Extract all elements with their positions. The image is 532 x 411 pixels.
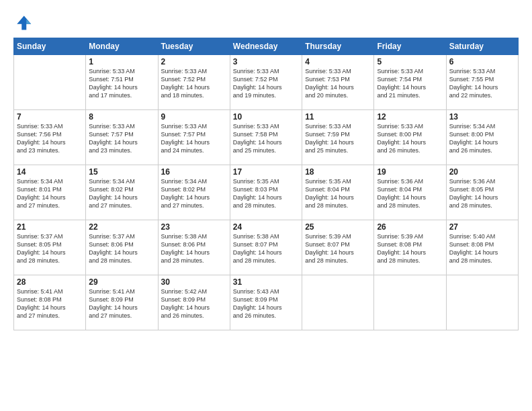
- calendar-cell: 8Sunrise: 5:33 AM Sunset: 7:57 PM Daylig…: [86, 110, 158, 165]
- day-number: 25: [305, 222, 371, 232]
- calendar-cell: 5Sunrise: 5:33 AM Sunset: 7:54 PM Daylig…: [374, 55, 446, 110]
- day-info: Sunrise: 5:39 AM Sunset: 8:08 PM Dayligh…: [377, 232, 443, 265]
- day-number: 15: [89, 167, 154, 177]
- day-number: 6: [449, 57, 515, 66]
- day-info: Sunrise: 5:38 AM Sunset: 8:07 PM Dayligh…: [233, 232, 299, 265]
- day-number: 18: [305, 167, 371, 177]
- calendar-cell: 18Sunrise: 5:35 AM Sunset: 8:04 PM Dayli…: [302, 165, 374, 220]
- day-number: 19: [377, 167, 443, 177]
- day-info: Sunrise: 5:43 AM Sunset: 8:09 PM Dayligh…: [233, 287, 299, 320]
- calendar-cell: 15Sunrise: 5:34 AM Sunset: 8:02 PM Dayli…: [86, 165, 158, 220]
- calendar-cell: 10Sunrise: 5:33 AM Sunset: 7:58 PM Dayli…: [230, 110, 302, 165]
- day-number: 31: [233, 277, 299, 287]
- day-number: 3: [233, 57, 299, 66]
- day-number: 24: [233, 222, 299, 232]
- calendar-cell: 14Sunrise: 5:34 AM Sunset: 8:01 PM Dayli…: [14, 165, 86, 220]
- day-info: Sunrise: 5:34 AM Sunset: 8:02 PM Dayligh…: [161, 177, 227, 210]
- calendar-cell: 2Sunrise: 5:33 AM Sunset: 7:52 PM Daylig…: [158, 55, 230, 110]
- day-number: 29: [89, 277, 154, 287]
- calendar-cell: 1Sunrise: 5:33 AM Sunset: 7:51 PM Daylig…: [86, 55, 158, 110]
- day-info: Sunrise: 5:37 AM Sunset: 8:05 PM Dayligh…: [17, 232, 83, 265]
- day-number: 30: [161, 277, 227, 287]
- day-number: 12: [377, 112, 443, 122]
- day-number: 1: [89, 57, 154, 66]
- calendar-table: SundayMondayTuesdayWednesdayThursdayFrid…: [13, 38, 519, 330]
- calendar-cell: 23Sunrise: 5:38 AM Sunset: 8:06 PM Dayli…: [158, 220, 230, 275]
- calendar-cell: 12Sunrise: 5:33 AM Sunset: 8:00 PM Dayli…: [374, 110, 446, 165]
- day-info: Sunrise: 5:33 AM Sunset: 7:52 PM Dayligh…: [161, 67, 227, 100]
- calendar-cell: 22Sunrise: 5:37 AM Sunset: 8:06 PM Dayli…: [86, 220, 158, 275]
- logo-icon: [13, 13, 32, 32]
- day-info: Sunrise: 5:33 AM Sunset: 7:59 PM Dayligh…: [305, 122, 371, 155]
- day-info: Sunrise: 5:34 AM Sunset: 8:02 PM Dayligh…: [89, 177, 154, 210]
- day-info: Sunrise: 5:33 AM Sunset: 8:00 PM Dayligh…: [377, 122, 443, 155]
- calendar-cell: 3Sunrise: 5:33 AM Sunset: 7:52 PM Daylig…: [230, 55, 302, 110]
- calendar-cell: [446, 275, 518, 330]
- day-info: Sunrise: 5:33 AM Sunset: 7:51 PM Dayligh…: [89, 67, 154, 100]
- calendar-cell: [302, 275, 374, 330]
- calendar-cell: [374, 275, 446, 330]
- calendar-cell: 31Sunrise: 5:43 AM Sunset: 8:09 PM Dayli…: [230, 275, 302, 330]
- calendar-cell: 13Sunrise: 5:34 AM Sunset: 8:00 PM Dayli…: [446, 110, 518, 165]
- day-info: Sunrise: 5:35 AM Sunset: 8:03 PM Dayligh…: [233, 177, 299, 210]
- day-number: 22: [89, 222, 154, 232]
- calendar-cell: 25Sunrise: 5:39 AM Sunset: 8:07 PM Dayli…: [302, 220, 374, 275]
- day-header-sunday: Sunday: [14, 38, 86, 55]
- day-info: Sunrise: 5:37 AM Sunset: 8:06 PM Dayligh…: [89, 232, 154, 265]
- day-info: Sunrise: 5:38 AM Sunset: 8:06 PM Dayligh…: [161, 232, 227, 265]
- day-info: Sunrise: 5:33 AM Sunset: 7:53 PM Dayligh…: [305, 67, 371, 100]
- day-info: Sunrise: 5:36 AM Sunset: 8:04 PM Dayligh…: [377, 177, 443, 210]
- day-number: 8: [89, 112, 154, 122]
- calendar-week-3: 14Sunrise: 5:34 AM Sunset: 8:01 PM Dayli…: [14, 165, 519, 220]
- calendar-cell: 9Sunrise: 5:33 AM Sunset: 7:57 PM Daylig…: [158, 110, 230, 165]
- calendar-cell: 16Sunrise: 5:34 AM Sunset: 8:02 PM Dayli…: [158, 165, 230, 220]
- day-number: 28: [17, 277, 83, 287]
- calendar-cell: 7Sunrise: 5:33 AM Sunset: 7:56 PM Daylig…: [14, 110, 86, 165]
- calendar-cell: 27Sunrise: 5:40 AM Sunset: 8:08 PM Dayli…: [446, 220, 518, 275]
- calendar-cell: 20Sunrise: 5:36 AM Sunset: 8:05 PM Dayli…: [446, 165, 518, 220]
- day-number: 17: [233, 167, 299, 177]
- calendar-cell: 19Sunrise: 5:36 AM Sunset: 8:04 PM Dayli…: [374, 165, 446, 220]
- day-header-tuesday: Tuesday: [158, 38, 230, 55]
- calendar-cell: 30Sunrise: 5:42 AM Sunset: 8:09 PM Dayli…: [158, 275, 230, 330]
- calendar-week-1: 1Sunrise: 5:33 AM Sunset: 7:51 PM Daylig…: [14, 55, 519, 110]
- calendar-cell: 29Sunrise: 5:41 AM Sunset: 8:09 PM Dayli…: [86, 275, 158, 330]
- calendar-cell: 21Sunrise: 5:37 AM Sunset: 8:05 PM Dayli…: [14, 220, 86, 275]
- day-number: 14: [17, 167, 83, 177]
- calendar-cell: 4Sunrise: 5:33 AM Sunset: 7:53 PM Daylig…: [302, 55, 374, 110]
- day-number: 5: [377, 57, 443, 66]
- day-info: Sunrise: 5:33 AM Sunset: 7:58 PM Dayligh…: [233, 122, 299, 155]
- day-header-friday: Friday: [374, 38, 446, 55]
- calendar-week-4: 21Sunrise: 5:37 AM Sunset: 8:05 PM Dayli…: [14, 220, 519, 275]
- calendar-cell: 11Sunrise: 5:33 AM Sunset: 7:59 PM Dayli…: [302, 110, 374, 165]
- day-info: Sunrise: 5:33 AM Sunset: 7:57 PM Dayligh…: [89, 122, 154, 155]
- day-info: Sunrise: 5:33 AM Sunset: 7:55 PM Dayligh…: [449, 67, 515, 100]
- day-info: Sunrise: 5:42 AM Sunset: 8:09 PM Dayligh…: [161, 287, 227, 320]
- day-info: Sunrise: 5:35 AM Sunset: 8:04 PM Dayligh…: [305, 177, 371, 210]
- day-info: Sunrise: 5:40 AM Sunset: 8:08 PM Dayligh…: [449, 232, 515, 265]
- day-info: Sunrise: 5:41 AM Sunset: 8:09 PM Dayligh…: [89, 287, 154, 320]
- calendar-cell: 6Sunrise: 5:33 AM Sunset: 7:55 PM Daylig…: [446, 55, 518, 110]
- day-info: Sunrise: 5:33 AM Sunset: 7:52 PM Dayligh…: [233, 67, 299, 100]
- day-info: Sunrise: 5:41 AM Sunset: 8:08 PM Dayligh…: [17, 287, 83, 320]
- day-number: 4: [305, 57, 371, 66]
- calendar-cell: 26Sunrise: 5:39 AM Sunset: 8:08 PM Dayli…: [374, 220, 446, 275]
- day-number: 16: [161, 167, 227, 177]
- day-info: Sunrise: 5:36 AM Sunset: 8:05 PM Dayligh…: [449, 177, 515, 210]
- day-number: 11: [305, 112, 371, 122]
- day-info: Sunrise: 5:34 AM Sunset: 8:00 PM Dayligh…: [449, 122, 515, 155]
- day-header-wednesday: Wednesday: [230, 38, 302, 55]
- day-info: Sunrise: 5:34 AM Sunset: 8:01 PM Dayligh…: [17, 177, 83, 210]
- calendar-cell: 24Sunrise: 5:38 AM Sunset: 8:07 PM Dayli…: [230, 220, 302, 275]
- day-number: 13: [449, 112, 515, 122]
- day-number: 10: [233, 112, 299, 122]
- day-info: Sunrise: 5:33 AM Sunset: 7:54 PM Dayligh…: [377, 67, 443, 100]
- day-number: 26: [377, 222, 443, 232]
- day-info: Sunrise: 5:33 AM Sunset: 7:56 PM Dayligh…: [17, 122, 83, 155]
- day-number: 2: [161, 57, 227, 66]
- page: SundayMondayTuesdayWednesdayThursdayFrid…: [0, 0, 532, 411]
- day-number: 27: [449, 222, 515, 232]
- day-number: 23: [161, 222, 227, 232]
- day-info: Sunrise: 5:39 AM Sunset: 8:07 PM Dayligh…: [305, 232, 371, 265]
- day-number: 20: [449, 167, 515, 177]
